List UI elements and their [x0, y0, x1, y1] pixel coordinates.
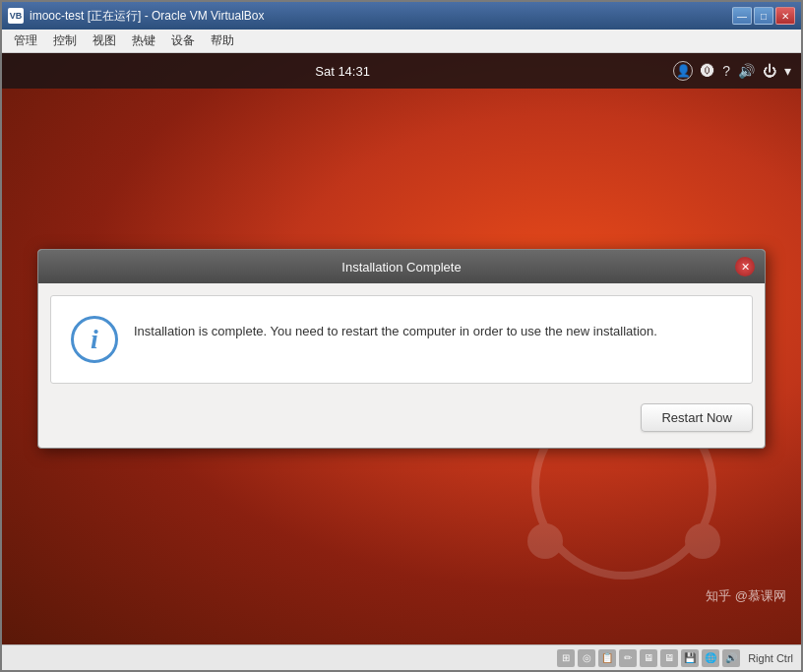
restart-now-button[interactable]: Restart Now	[641, 403, 753, 432]
statusbar-icon-9: 🔊	[722, 649, 740, 667]
dialog-title: Installation Complete	[48, 260, 755, 275]
statusbar-icon-8: 🌐	[702, 649, 719, 667]
dialog-titlebar: Installation Complete ✕	[38, 250, 765, 283]
vbox-app-icon: VB	[8, 8, 24, 24]
menu-view[interactable]: 视图	[85, 31, 124, 51]
dialog-overlay: Installation Complete ✕ i Installation i…	[2, 53, 801, 644]
statusbar-icon-6: 🖥	[660, 649, 678, 667]
window-title: imooc-test [正在运行] - Oracle VM VirtualBox	[30, 8, 726, 25]
statusbar-icon-1: ⊞	[557, 649, 575, 667]
minimize-button[interactable]: —	[732, 7, 752, 25]
menu-hotkey[interactable]: 热键	[124, 31, 163, 51]
menu-manage[interactable]: 管理	[6, 31, 45, 51]
statusbar-icon-3: 📋	[598, 649, 616, 667]
menu-devices[interactable]: 设备	[163, 31, 203, 51]
title-bar: VB imooc-test [正在运行] - Oracle VM Virtual…	[2, 2, 801, 30]
menu-control[interactable]: 控制	[45, 31, 85, 51]
window-controls: — □ ✕	[732, 7, 795, 25]
statusbar-right: ⊞ ◎ 📋 ✏ 🖥 🖥 💾 🌐 🔊 Right Ctrl	[557, 649, 793, 667]
ubuntu-desktop: Sat 14:31 👤 ⓿ ? 🔊 ⏻ ▾ Installation Compl…	[2, 53, 801, 644]
statusbar-icon-4: ✏	[619, 649, 637, 667]
menu-help[interactable]: 帮助	[203, 31, 242, 51]
virtualbox-window: VB imooc-test [正在运行] - Oracle VM Virtual…	[0, 0, 803, 672]
installation-complete-dialog: Installation Complete ✕ i Installation i…	[37, 249, 766, 449]
close-button[interactable]: ✕	[775, 7, 795, 25]
info-icon: i	[71, 316, 118, 363]
statusbar-icon-7: 💾	[681, 649, 699, 667]
statusbar-icons: ⊞ ◎ 📋 ✏ 🖥 🖥 💾 🌐 🔊	[557, 649, 740, 667]
maximize-button[interactable]: □	[754, 7, 773, 25]
menu-bar: 管理 控制 视图 热键 设备 帮助	[2, 30, 801, 53]
vbox-statusbar: ⊞ ◎ 📋 ✏ 🖥 🖥 💾 🌐 🔊 Right Ctrl	[2, 644, 801, 670]
vm-screen: Sat 14:31 👤 ⓿ ? 🔊 ⏻ ▾ Installation Compl…	[2, 53, 801, 644]
statusbar-icon-5: 🖥	[640, 649, 657, 667]
statusbar-icon-2: ◎	[578, 649, 595, 667]
dialog-body: i Installation is complete. You need to …	[50, 295, 753, 384]
dialog-footer: Restart Now	[38, 396, 765, 448]
statusbar-right-ctrl: Right Ctrl	[748, 652, 793, 664]
dialog-message: Installation is complete. You need to re…	[134, 316, 732, 342]
dialog-close-button[interactable]: ✕	[735, 257, 755, 276]
